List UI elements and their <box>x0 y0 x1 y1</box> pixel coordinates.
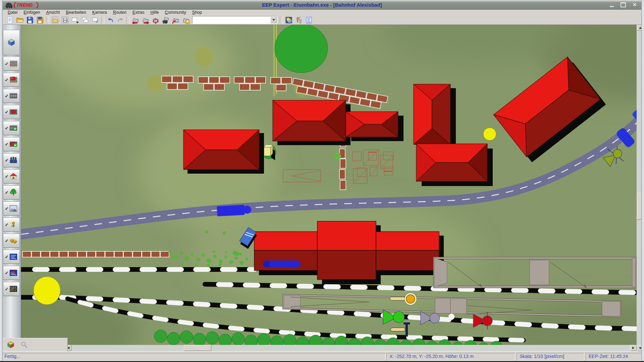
building-3[interactable] <box>346 112 404 141</box>
checkmark-icon: ✓ <box>5 77 9 82</box>
mini-toolbar <box>2 338 68 352</box>
horizontal-scroll-thumb[interactable] <box>184 345 211 351</box>
layer-tram-roads-toggle[interactable]: ✓H <box>3 121 20 135</box>
menu-community[interactable]: Community <box>162 10 189 15</box>
checkmark-icon: ✓ <box>5 222 9 227</box>
layer-people-toggle[interactable]: ✓ <box>3 153 20 167</box>
yellow-marker-right[interactable] <box>483 128 496 140</box>
camera-rotate-icon <box>172 16 180 24</box>
layer-tram-vehicles-toggle[interactable]: ✓H <box>3 137 20 151</box>
checkmark-icon: ✓ <box>5 61 9 66</box>
open-file-button[interactable] <box>15 15 24 24</box>
lua-script-button[interactable]: LUA <box>304 15 314 24</box>
layer-goods-toggle[interactable]: ✓ <box>3 234 20 248</box>
save-block-icon <box>61 16 69 24</box>
camera-left-icon <box>131 16 140 24</box>
svg-text:H: H <box>14 144 16 147</box>
camera-save-button[interactable] <box>181 15 191 24</box>
building-2[interactable] <box>273 100 351 145</box>
camera-train-button[interactable] <box>161 15 170 24</box>
new-file-button[interactable] <box>5 15 14 24</box>
checkmark-icon: ✓ <box>5 158 9 163</box>
menu-routen[interactable]: Routen <box>110 10 129 15</box>
save-button[interactable] <box>25 15 35 24</box>
brick-wall-low[interactable] <box>22 251 169 257</box>
menu-ansicht[interactable]: Ansicht <box>43 10 63 15</box>
maximize-button[interactable] <box>620 2 627 8</box>
cube-colored-icon <box>6 341 15 349</box>
menu-bearbeiten[interactable]: Bearbeiten <box>63 10 89 15</box>
copy-area-icon <box>81 16 89 24</box>
horizontal-scrollbar[interactable] <box>65 345 637 351</box>
pointer-tool-icon <box>20 341 29 349</box>
layer-track-plan-toggle[interactable]: ✓ <box>3 282 20 296</box>
save-block-button[interactable] <box>60 15 70 24</box>
menu-datei[interactable]: Datei <box>5 10 20 15</box>
big-tree[interactable] <box>275 25 328 73</box>
copy-area-button[interactable] <box>80 15 90 24</box>
layer-roads-toggle[interactable]: ✓ <box>3 89 20 103</box>
camera-previous-button[interactable] <box>131 15 140 24</box>
undo-button[interactable] <box>106 15 115 24</box>
layer-landscape-toggle[interactable]: ✓ <box>3 201 20 216</box>
car-h-icon: H <box>9 140 18 148</box>
layer-road-vehicles-toggle[interactable]: ✓ <box>3 105 20 119</box>
landscape-icon <box>9 204 18 213</box>
menu-shop[interactable]: Shop <box>189 10 205 15</box>
menu-hilfe[interactable]: Hilfe <box>148 10 162 15</box>
probe-tool-button[interactable] <box>19 340 30 350</box>
menu-kamera[interactable]: Kamera <box>89 10 110 15</box>
insert-block-icon <box>51 16 59 24</box>
select-area-button[interactable] <box>70 15 80 24</box>
object-mode-button[interactable] <box>5 340 16 350</box>
layer-ships-toggle[interactable]: ✓ <box>3 266 20 280</box>
minimize-icon <box>610 2 614 7</box>
layer-water-toggle[interactable]: ✓ <box>3 250 20 264</box>
main-toolbar: LUA <box>3 15 641 25</box>
status-bar: Fertig... X: -252.70 m, Y: -25.20 m, Höh… <box>0 351 644 362</box>
track-train-icon <box>9 75 18 84</box>
camera-target-button[interactable] <box>151 15 160 24</box>
layout-canvas-2d[interactable] <box>21 25 637 346</box>
yellow-marker-left[interactable] <box>34 277 60 305</box>
paste-area-button[interactable] <box>91 15 100 24</box>
water-icon <box>9 252 18 261</box>
menu-extras[interactable]: Extras <box>129 10 147 15</box>
title-bar[interactable]: TREND EEP Expert - Eisenbahn.exe - [Bahn… <box>0 0 644 10</box>
camera-train-icon <box>162 16 170 24</box>
tree-icon <box>9 188 18 197</box>
insert-block-button[interactable] <box>50 15 60 24</box>
layer-trains-toggle[interactable]: ✓ <box>3 73 20 87</box>
layout-canvas-area[interactable] <box>21 24 637 346</box>
minimize-button[interactable] <box>608 2 615 8</box>
close-icon: × <box>633 2 636 7</box>
layer-buildings-toggle[interactable]: ✓ <box>3 169 20 183</box>
scroll-right-button[interactable] <box>630 345 637 351</box>
checkmark-icon: ✓ <box>5 142 9 147</box>
day-night-button[interactable] <box>284 15 293 24</box>
status-coordinates: X: -252.70 m, Y: -25.20 m, Höhe: 0.13 m <box>386 353 515 361</box>
goods-icon <box>9 236 18 245</box>
close-button[interactable]: × <box>631 2 638 8</box>
select-area-icon <box>71 16 79 24</box>
layer-flora-toggle[interactable]: ✓ <box>3 218 20 232</box>
building-1[interactable] <box>183 130 264 174</box>
open-folder-icon <box>16 16 24 24</box>
blue-train[interactable] <box>263 260 301 268</box>
camera-next-button[interactable] <box>141 15 150 24</box>
window-frame-right <box>641 0 644 362</box>
layer-vegetation-toggle[interactable]: ✓ <box>3 185 20 199</box>
camera-rotate-button[interactable] <box>171 15 180 24</box>
camera-select-combobox[interactable] <box>192 16 277 24</box>
combo-dropdown-button[interactable] <box>270 17 277 23</box>
checkmark-icon: ✓ <box>5 254 9 259</box>
toolbar-separator <box>46 16 49 24</box>
save-as-button[interactable] <box>35 15 45 24</box>
redo-button[interactable] <box>116 15 125 24</box>
chevron-down-icon <box>272 19 275 22</box>
menu-einfgen[interactable]: Einfügen <box>20 10 43 15</box>
view-3d-button[interactable] <box>3 30 20 55</box>
flower-icon <box>9 220 18 229</box>
layer-tracks-toggle[interactable]: ✓ <box>3 57 20 71</box>
options-button[interactable] <box>294 15 304 24</box>
